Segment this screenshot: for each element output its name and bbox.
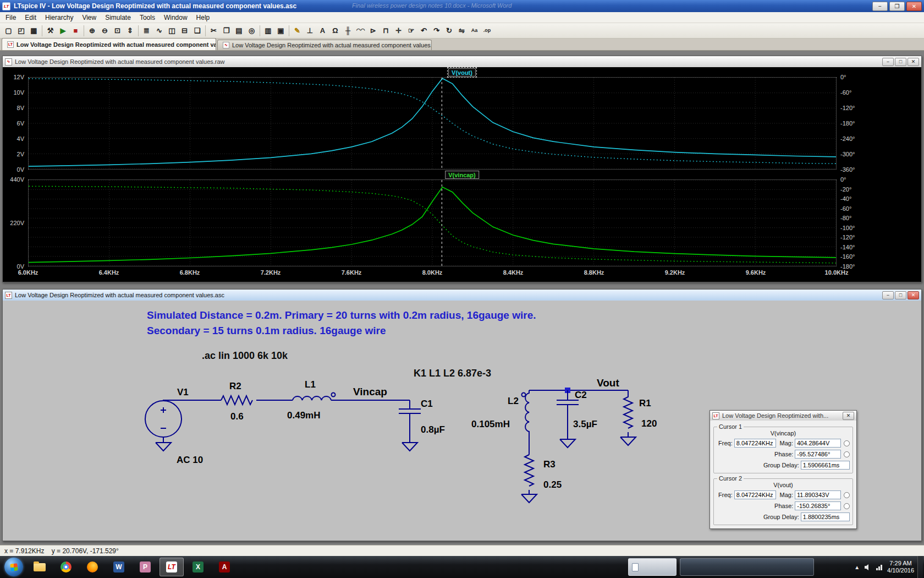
place-component-button[interactable]: ⊓ (380, 25, 392, 37)
vincap-plot-pane[interactable] (28, 179, 837, 266)
redo-button[interactable]: ↷ (430, 25, 443, 37)
schem-maximize-button[interactable]: □ (895, 291, 906, 299)
undo-button[interactable]: ↶ (417, 25, 430, 37)
text-button[interactable]: Aa (468, 25, 481, 37)
c1-capacitor[interactable]: C1 0.8µF (399, 399, 445, 451)
coupling-directive[interactable]: K1 L1 L2 6.87e-3 (414, 368, 491, 379)
cursor-dialog-close-button[interactable]: ✕ (843, 412, 854, 420)
halt-button[interactable]: ■ (69, 25, 82, 37)
taskbar-acrobat-button[interactable]: A (212, 558, 237, 576)
r3-resistor[interactable]: R3 0.25 (521, 455, 562, 503)
cursor2-group-delay-field[interactable]: 1.8800235ms (801, 512, 850, 521)
schematic-note-2[interactable]: Secondary = 15 turns 0.1m radius. 16gaug… (147, 325, 386, 336)
l1-name[interactable]: L1 (305, 379, 316, 390)
mirror-button[interactable]: ⇋ (455, 25, 468, 37)
cursor1-phase-radio[interactable] (844, 451, 850, 457)
taskbar-window-button-1[interactable] (628, 558, 676, 576)
place-inductor-button[interactable]: ◠◠ (354, 25, 367, 37)
schematic-note-1[interactable]: Simulated Distance = 0.2m. Primary = 20 … (147, 309, 536, 321)
taskbar-word-button[interactable]: W (107, 558, 131, 576)
autorange-y-axis-button[interactable]: ⇕ (124, 25, 136, 37)
place-net-label-button[interactable]: A (316, 25, 329, 37)
cursor2-phase-radio[interactable] (844, 503, 850, 509)
find-button[interactable]: ◎ (245, 25, 258, 37)
tile-horizontally-button[interactable]: ⊟ (178, 25, 191, 37)
r3-value[interactable]: 0.25 (543, 479, 562, 490)
c2-capacitor[interactable]: C2 3.5µF (557, 388, 597, 448)
place-capacitor-button[interactable]: ╫ (342, 25, 354, 37)
taskbar-ltspice-button[interactable]: LT (160, 558, 184, 576)
cursor1-mag-radio[interactable] (844, 440, 850, 446)
tile-vertically-button[interactable]: ◫ (166, 25, 178, 37)
r3-name[interactable]: R3 (543, 459, 556, 470)
ac-directive[interactable]: .ac lin 1000 6k 10k (202, 350, 288, 361)
taskbar-chrome-button[interactable] (54, 558, 78, 576)
vout-net-label[interactable]: Vout (597, 377, 619, 389)
view-waveform-button[interactable]: ∿ (153, 25, 166, 37)
close-button[interactable]: ✕ (906, 2, 922, 11)
cursor1-freq-field[interactable]: 8.047224KHz (734, 439, 777, 448)
zoom-in-button[interactable]: ⊕ (86, 25, 98, 37)
taskbar-firefox-button[interactable] (80, 558, 105, 576)
l2-inductor[interactable]: L2 0.105mH (471, 390, 529, 455)
menu-edit[interactable]: Edit (20, 13, 41, 23)
r2-name[interactable]: R2 (229, 381, 241, 391)
menu-file[interactable]: File (1, 13, 20, 23)
menu-simulate[interactable]: Simulate (101, 13, 135, 23)
v1-voltage-source[interactable]: V1 AC 10 (145, 387, 203, 465)
minimize-button[interactable]: − (872, 2, 888, 11)
taskbar-excel-button[interactable]: X (186, 558, 210, 576)
cursor2-mag-field[interactable]: 11.890343V (795, 490, 841, 499)
save-button[interactable]: ▦ (28, 25, 40, 37)
menu-help[interactable]: Help (192, 13, 215, 23)
trace-v-vincap-magnitude[interactable] (29, 187, 836, 263)
vout-trace-label[interactable]: V(vout) (448, 68, 476, 77)
paste-button[interactable]: ▤ (233, 25, 245, 37)
cursor2-freq-field[interactable]: 8.047224KHz (734, 490, 777, 499)
cursor1-phase-field[interactable]: -95.527486° (795, 450, 841, 459)
start-button[interactable] (4, 558, 23, 576)
r1-resistor[interactable]: R1 120 (620, 390, 657, 445)
cursor2-phase-field[interactable]: -150.26835° (795, 501, 841, 510)
restore-button[interactable]: ❐ (889, 2, 905, 11)
volume-icon[interactable] (864, 564, 871, 571)
cursor1-group-delay-field[interactable]: 1.5906661ms (801, 461, 850, 470)
rotate-button[interactable]: ↻ (443, 25, 455, 37)
run-button[interactable]: ▶ (57, 25, 69, 37)
taskbar-paint-button[interactable]: P (133, 558, 157, 576)
taskbar-explorer-button[interactable] (28, 558, 52, 576)
zoom-back-button[interactable]: ⊖ (98, 25, 111, 37)
v1-value[interactable]: AC 10 (177, 455, 203, 465)
c1-name[interactable]: C1 (421, 399, 433, 409)
cursor-dialog-titlebar[interactable]: LT Low Voltage Design Reoptimized with..… (710, 411, 856, 421)
menu-tools[interactable]: Tools (135, 13, 160, 23)
vout-plot-pane[interactable] (28, 77, 837, 170)
app-logo-icon[interactable]: LT (2, 2, 10, 10)
print-button[interactable]: ▣ (274, 25, 287, 37)
vincap-net-label[interactable]: Vincap (353, 386, 387, 397)
wave-close-button[interactable]: ✕ (908, 58, 919, 66)
drag-button[interactable]: ☞ (405, 25, 417, 37)
menu-hierarchy[interactable]: Hierarchy (41, 13, 78, 23)
tab-waveform-raw[interactable]: ∿ Low Voltage Design Reoptimized with ac… (217, 40, 432, 50)
place-ground-button[interactable]: ⊥ (304, 25, 316, 37)
open-button[interactable]: ◰ (15, 25, 28, 37)
draw-wire-button[interactable]: ✎ (291, 25, 304, 37)
menu-window[interactable]: Window (160, 13, 192, 23)
r2-value[interactable]: 0.6 (230, 411, 244, 422)
print-preview-button[interactable]: ▥ (262, 25, 274, 37)
place-diode-button[interactable]: ⊳ (367, 25, 380, 37)
zoom-full-extents-button[interactable]: ⊡ (111, 25, 124, 37)
l1-value[interactable]: 0.49mH (287, 410, 320, 421)
r1-value[interactable]: 120 (641, 418, 657, 429)
vincap-trace-label[interactable]: V(vincap) (445, 171, 479, 179)
move-button[interactable]: ✛ (392, 25, 405, 37)
control-panel-button[interactable]: ⚒ (44, 25, 57, 37)
spice-netlist-button[interactable]: ≣ (140, 25, 153, 37)
r1-name[interactable]: R1 (639, 398, 651, 408)
wave-minimize-button[interactable]: − (882, 58, 894, 66)
c1-value[interactable]: 0.8µF (421, 424, 445, 435)
schem-minimize-button[interactable]: − (882, 291, 894, 299)
tab-schematic-asc[interactable]: LT Low Voltage Design Reoptimized with a… (2, 38, 216, 50)
hidden-icons-button[interactable]: ▲ (854, 564, 860, 570)
